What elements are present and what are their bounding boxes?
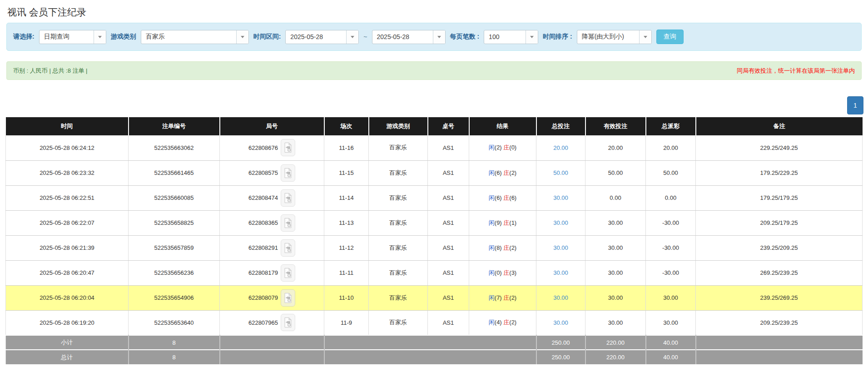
table-row: 2025-05-28 06:24:12 522535663062 6228086… <box>6 135 863 160</box>
column-header: 有效投注 <box>585 117 646 135</box>
cell-game: 百家乐 <box>369 160 428 185</box>
result-banker-label: 庄 <box>503 169 509 176</box>
total-bet-link[interactable]: 30.00 <box>553 219 568 226</box>
cell-game: 百家乐 <box>369 135 428 160</box>
total-bet-link[interactable]: 30.00 <box>553 244 568 251</box>
cell-game: 百家乐 <box>369 210 428 235</box>
cell-remark: 269.25/239.25 <box>696 260 863 285</box>
video-file-icon <box>283 317 293 328</box>
result-banker-label: 庄 <box>503 194 509 201</box>
cell-round: 622808079 <box>220 285 324 310</box>
video-file-icon <box>283 168 293 179</box>
game-type-select[interactable]: 百家乐 <box>141 30 249 44</box>
column-header: 局号 <box>220 117 324 135</box>
summary-valid-bet: 220.00 <box>585 350 646 364</box>
query-type-select[interactable]: 日期查询 <box>39 30 106 44</box>
cell-table-no: AS1 <box>428 160 469 185</box>
cell-payout: 30.00 <box>646 310 696 335</box>
round-id: 622808575 <box>248 169 278 176</box>
cell-remark: 209.25/239.25 <box>696 310 863 335</box>
cell-total-bet: 50.00 <box>536 160 585 185</box>
date-to-select[interactable]: 2025-05-28 <box>372 30 446 44</box>
table-row: 2025-05-28 06:22:07 522535658825 6228083… <box>6 210 863 235</box>
summary-empty-round <box>220 335 324 350</box>
cell-payout: -30.00 <box>646 210 696 235</box>
date-from-select[interactable]: 2025-05-28 <box>285 30 359 44</box>
chevron-down-icon[interactable] <box>94 30 106 44</box>
search-button[interactable]: 查询 <box>656 30 684 44</box>
chevron-down-icon[interactable] <box>526 30 538 44</box>
cell-table-no: AS1 <box>428 285 469 310</box>
cell-valid-bet: 30.00 <box>585 235 646 260</box>
video-file-icon <box>283 293 293 303</box>
page-size-value: 100 <box>484 30 526 44</box>
video-replay-button[interactable] <box>281 189 295 207</box>
time-sort-label: 时间排序 : <box>543 33 572 41</box>
result-player-label: 闲 <box>489 144 495 151</box>
game-type-label: 游戏类别 <box>111 33 136 41</box>
cell-total-bet: 30.00 <box>536 210 585 235</box>
total-bet-link[interactable]: 30.00 <box>553 294 568 301</box>
video-replay-button[interactable] <box>281 214 295 232</box>
records-table-wrap: 时间注单编号局号场次游戏类别桌号结果总投注有效投注总派彩备注 2025-05-2… <box>5 117 863 364</box>
column-header: 注单编号 <box>129 117 220 135</box>
round-id: 622807965 <box>248 319 278 326</box>
cell-table-no: AS1 <box>428 235 469 260</box>
result-banker-count: (3) <box>509 269 516 276</box>
video-replay-button[interactable] <box>281 164 295 182</box>
total-bet-link[interactable]: 50.00 <box>553 169 568 176</box>
chevron-down-icon[interactable] <box>639 30 651 44</box>
page-size-select[interactable]: 100 <box>484 30 538 44</box>
chevron-down-icon[interactable] <box>346 30 358 44</box>
cell-valid-bet: 30.00 <box>585 210 646 235</box>
cell-valid-bet: 20.00 <box>585 135 646 160</box>
table-row: 2025-05-28 06:22:51 522535660085 6228084… <box>6 185 863 210</box>
cell-bet-id: 522535657859 <box>129 235 220 260</box>
video-replay-button[interactable] <box>281 289 295 307</box>
cell-session: 11-16 <box>324 135 369 160</box>
cell-valid-bet: 30.00 <box>585 260 646 285</box>
cell-game: 百家乐 <box>369 185 428 210</box>
video-file-icon <box>283 193 293 203</box>
column-header: 桌号 <box>428 117 469 135</box>
round-id: 622808676 <box>248 144 278 151</box>
cell-total-bet: 30.00 <box>536 285 585 310</box>
date-from-value: 2025-05-28 <box>286 30 346 44</box>
video-replay-button[interactable] <box>281 264 295 282</box>
total-bet-link[interactable]: 30.00 <box>553 269 568 276</box>
summary-empty-middle <box>324 350 536 364</box>
total-bet-link[interactable]: 20.00 <box>553 144 568 151</box>
cell-round: 622808676 <box>220 135 324 160</box>
table-row: 2025-05-28 06:23:32 522535661465 6228085… <box>6 160 863 185</box>
summary-count: 8 <box>129 335 220 350</box>
time-sort-select[interactable]: 降冪(由大到小) <box>577 30 652 44</box>
summary-valid-bet: 220.00 <box>585 335 646 350</box>
result-banker-count: (0) <box>509 144 516 151</box>
total-bet-link[interactable]: 30.00 <box>553 194 568 201</box>
cell-bet-id: 522535658825 <box>129 210 220 235</box>
cell-game: 百家乐 <box>369 260 428 285</box>
result-banker-label: 庄 <box>503 294 509 301</box>
page-1-button[interactable]: 1 <box>847 96 863 114</box>
table-row: 2025-05-28 06:20:04 522535654906 6228080… <box>6 285 863 310</box>
summary-row: 小计 8 250.00 220.00 40.00 <box>6 335 863 350</box>
valid-bet-notice: 同局有效投注，统一计算在该局第一张注单内 <box>737 67 855 75</box>
cell-bet-id: 522535656236 <box>129 260 220 285</box>
cell-time: 2025-05-28 06:20:47 <box>6 260 129 285</box>
currency-total-summary: 币别 : 人民币 | 总共 :8 注单 | <box>13 67 88 75</box>
cell-total-bet: 30.00 <box>536 235 585 260</box>
result-player-label: 闲 <box>489 194 495 201</box>
total-bet-link[interactable]: 30.00 <box>553 319 568 326</box>
chevron-down-icon[interactable] <box>236 30 248 44</box>
chevron-down-icon[interactable] <box>433 30 445 44</box>
table-body: 2025-05-28 06:24:12 522535663062 6228086… <box>6 135 863 335</box>
video-replay-button[interactable] <box>281 314 295 331</box>
video-replay-button[interactable] <box>281 139 295 156</box>
summary-label: 小计 <box>6 335 129 350</box>
video-file-icon <box>283 142 293 153</box>
table-header-row: 时间注单编号局号场次游戏类别桌号结果总投注有效投注总派彩备注 <box>6 117 863 135</box>
column-header: 结果 <box>469 117 536 135</box>
cell-session: 11-12 <box>324 235 369 260</box>
cell-session: 11-13 <box>324 210 369 235</box>
video-replay-button[interactable] <box>281 239 295 257</box>
